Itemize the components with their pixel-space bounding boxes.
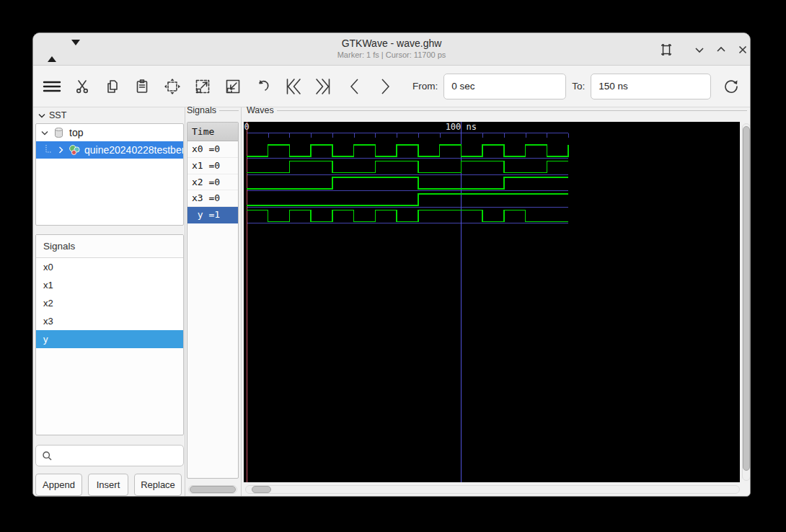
signal-item-x1[interactable]: x1 [36,276,183,294]
signal-item-x3[interactable]: x3 [36,312,183,330]
shade-down-button[interactable] [68,45,84,56]
copy-button[interactable] [101,73,124,100]
cut-button[interactable] [71,73,94,100]
fast-forward-button[interactable] [312,73,335,100]
from-input[interactable] [443,74,566,99]
cut-icon [74,78,91,95]
window-title: GTKWave - wave.ghw [33,37,750,50]
chevron-down-icon [38,113,45,118]
zoom-out-button[interactable] [221,73,244,100]
zoom-out-icon [224,77,242,96]
svg-text:100 ns: 100 ns [446,122,477,132]
replace-button[interactable]: Replace [134,474,182,496]
frame-toggle-button[interactable] [658,42,675,58]
marker-cursor-status: Marker: 1 fs | Cursor: 11700 ps [33,50,750,60]
tree-item-label: quine20240228testbench [84,144,183,156]
waves-hscrollbar[interactable] [245,485,740,494]
paste-icon [133,78,151,95]
search-icon [42,451,53,461]
insert-button[interactable]: Insert [88,474,128,496]
minimize-button[interactable] [691,42,708,58]
zoom-in-button[interactable] [191,73,214,100]
shade-up-button[interactable] [44,45,60,56]
value-row-x3[interactable]: x3 =0 [187,190,238,207]
menu-button[interactable] [40,73,63,100]
database-icon [50,127,66,138]
undo-button[interactable] [252,73,275,100]
wave-canvas[interactable]: 0100 ns [244,122,740,482]
to-label: To: [572,81,585,92]
value-row-x0[interactable]: x0 =0 [187,141,238,158]
chevron-down-icon [694,43,705,56]
sst-expander[interactable]: SST [38,109,66,122]
waves-vscrollbar[interactable] [742,123,751,481]
chevron-right-icon [376,76,394,97]
value-row-x2[interactable]: x2 =0 [187,174,238,191]
paste-button[interactable] [131,73,154,100]
copy-icon [104,78,121,95]
triangle-up-icon [48,45,56,62]
zoom-in-icon [193,77,212,96]
signals-list-header: Signals [36,235,183,258]
maximize-button[interactable] [712,42,730,58]
tree-item-testbench[interactable]: quine20240228testbench [36,141,183,159]
zoom-fit-icon [163,77,182,96]
svg-text:0: 0 [244,122,249,132]
step-forward-button[interactable] [374,73,397,100]
waves-frame-label: Waves [247,105,747,116]
chevron-down-icon[interactable] [39,130,50,136]
fast-backward-button[interactable] [282,73,305,100]
undo-icon [254,77,273,96]
gtkwave-window: GTKWave - wave.ghw Marker: 1 fs | Cursor… [32,32,751,497]
signal-item-x2[interactable]: x2 [36,294,183,312]
titlebar[interactable]: GTKWave - wave.ghw Marker: 1 fs | Cursor… [33,33,750,66]
sst-tree: top quine20240228testbench [35,123,184,226]
chevron-right-icon[interactable] [55,146,66,154]
pane-splitter[interactable] [185,107,185,496]
append-button[interactable]: Append [35,474,82,496]
frame-icon [660,43,673,56]
reload-icon [722,77,741,96]
chevron-left-icon [346,76,363,97]
values-panel: Time x0 =0 x1 =0 x2 =0 x3 =0 y =1 [187,122,239,479]
toolbar: From: To: [33,66,750,107]
signal-search-box[interactable] [35,445,184,466]
zoom-fit-button[interactable] [161,73,184,100]
time-header[interactable]: Time [187,123,238,141]
values-hscrollbar[interactable] [188,485,237,494]
module-icon [66,144,82,156]
scrollbar-thumb[interactable] [252,486,271,493]
signal-item-y[interactable]: y [36,330,183,348]
signal-item-x0[interactable]: x0 [36,258,183,276]
scrollbar-thumb[interactable] [190,486,236,493]
value-row-x1[interactable]: x1 =0 [187,158,238,174]
pane-splitter[interactable] [241,107,242,496]
tree-item-top[interactable]: top [36,124,183,141]
wave-canvas-area[interactable]: 0100 ns [244,122,740,482]
main-content: SST top [33,107,750,496]
scrollbar-thumb[interactable] [743,126,750,471]
tree-branch [43,145,55,155]
reload-button[interactable] [720,73,743,100]
from-label: From: [412,81,438,92]
menu-icon [42,78,62,95]
chevron-up-icon [715,43,727,56]
sst-label: SST [49,110,66,120]
value-row-y[interactable]: y =1 [187,207,238,223]
close-icon [737,43,749,56]
tree-item-label: top [69,127,83,138]
close-button[interactable] [734,42,751,58]
signals-list-panel: Signals x0 x1 x2 x3 y [35,234,184,435]
signal-search-input[interactable] [57,450,183,462]
step-backward-button[interactable] [343,73,366,100]
fast-forward-icon [313,76,333,97]
fast-backward-icon [283,76,304,97]
values-frame-label: Signals [187,105,239,116]
to-input[interactable] [591,74,711,99]
triangle-down-icon [71,40,80,56]
